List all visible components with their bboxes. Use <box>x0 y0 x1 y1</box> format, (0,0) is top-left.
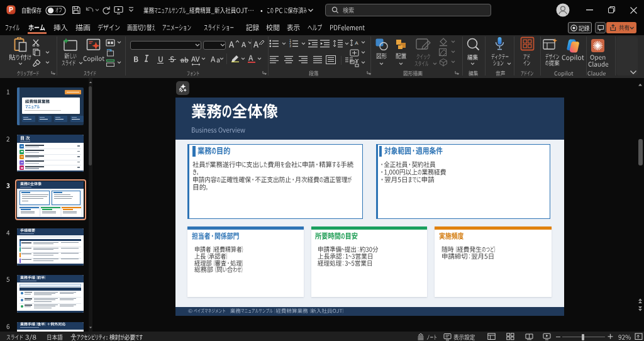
svg-text:P: P <box>9 6 13 13</box>
svg-text:A: A <box>355 40 358 46</box>
svg-text:3: 3 <box>289 45 291 48</box>
